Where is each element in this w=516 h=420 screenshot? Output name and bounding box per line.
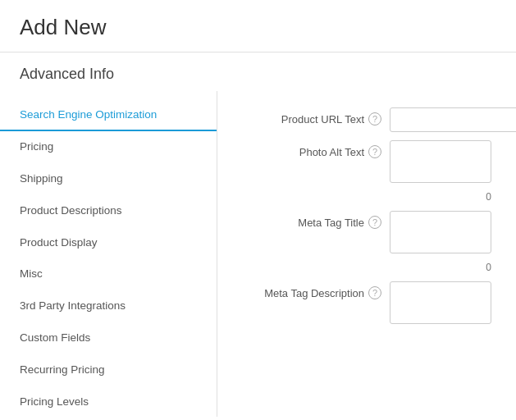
sidebar-item-product-descriptions[interactable]: Product Descriptions bbox=[0, 195, 217, 227]
sidebar-item-pricing-levels[interactable]: Pricing Levels bbox=[0, 386, 217, 417]
meta-tag-title-help-icon[interactable]: ? bbox=[368, 216, 381, 229]
photo-alt-text-help-icon[interactable]: ? bbox=[368, 145, 381, 158]
product-url-text-row: Product URL Text ? bbox=[242, 107, 491, 132]
sidebar-item-misc[interactable]: Misc bbox=[0, 258, 217, 290]
meta-tag-description-label: Meta Tag Description bbox=[264, 287, 364, 299]
product-url-text-label: Product URL Text bbox=[281, 113, 364, 126]
product-url-text-input[interactable] bbox=[390, 107, 516, 132]
meta-tag-title-char-count-row: 0 bbox=[242, 262, 491, 273]
page-header: Add New bbox=[0, 0, 516, 52]
photo-alt-char-count-row: 0 bbox=[242, 191, 491, 203]
sidebar-item-custom-fields[interactable]: Custom Fields bbox=[0, 322, 217, 354]
meta-tag-description-input[interactable] bbox=[390, 281, 491, 324]
sidebar-item-pricing[interactable]: Pricing bbox=[0, 131, 217, 163]
product-url-text-label-group: Product URL Text ? bbox=[242, 107, 390, 126]
page-title: Add New bbox=[20, 15, 496, 40]
main-content: Product URL Text ? Photo Alt Text ? 0 Me… bbox=[217, 91, 516, 417]
sidebar-item-3rd-party[interactable]: 3rd Party Integrations bbox=[0, 290, 217, 322]
sidebar-item-seo[interactable]: Search Engine Optimization bbox=[0, 99, 217, 131]
section-title: Advanced Info bbox=[0, 52, 516, 91]
sidebar: Search Engine Optimization Pricing Shipp… bbox=[0, 91, 217, 417]
photo-alt-text-label: Photo Alt Text bbox=[299, 146, 364, 158]
photo-alt-text-input[interactable] bbox=[390, 140, 491, 183]
product-url-text-help-icon[interactable]: ? bbox=[368, 112, 381, 126]
meta-tag-title-label: Meta Tag Title bbox=[298, 217, 364, 229]
meta-tag-title-input[interactable] bbox=[390, 211, 491, 253]
content-area: Search Engine Optimization Pricing Shipp… bbox=[0, 91, 516, 417]
sidebar-item-recurring-pricing[interactable]: Recurring Pricing bbox=[0, 354, 217, 386]
photo-alt-text-label-group: Photo Alt Text ? bbox=[242, 140, 390, 158]
meta-tag-title-label-group: Meta Tag Title ? bbox=[242, 211, 390, 229]
meta-tag-title-row: Meta Tag Title ? bbox=[242, 211, 491, 253]
meta-tag-description-help-icon[interactable]: ? bbox=[368, 286, 381, 299]
sidebar-item-product-display[interactable]: Product Display bbox=[0, 227, 217, 259]
meta-tag-description-label-group: Meta Tag Description ? bbox=[242, 281, 390, 299]
sidebar-item-shipping[interactable]: Shipping bbox=[0, 163, 217, 195]
meta-tag-description-row: Meta Tag Description ? bbox=[242, 281, 491, 324]
photo-alt-text-row: Photo Alt Text ? bbox=[242, 140, 491, 183]
